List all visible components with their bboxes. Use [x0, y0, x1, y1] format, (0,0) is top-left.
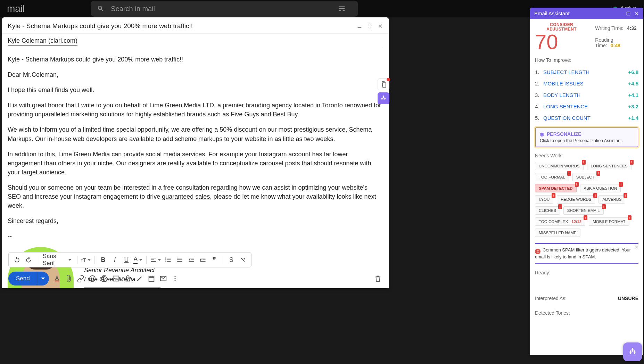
flag-icon: !: [552, 193, 555, 198]
email-assistant-panel: Email Assistant CONSIDER ADJUSTMENT 70 W…: [530, 8, 643, 355]
flag-icon: !: [602, 204, 606, 209]
ready-label: Ready:: [535, 270, 638, 275]
lavender-button[interactable]: [378, 92, 389, 104]
needs-work-chip[interactable]: UNCOMMON WORDS!: [535, 162, 584, 170]
search-input[interactable]: Search in mail: [91, 1, 358, 17]
stop-icon: ⦸: [535, 249, 540, 254]
collapse-icon[interactable]: [367, 23, 373, 29]
strikethrough-button[interactable]: S: [226, 254, 236, 265]
attach-icon[interactable]: [65, 275, 73, 282]
image-icon[interactable]: [112, 275, 120, 282]
compose-title: Kyle - Schema Markups could give you 200…: [8, 22, 357, 30]
needs-work-chip[interactable]: MOBILE FORMAT!: [589, 217, 629, 226]
globe-icon: ◉: [540, 131, 544, 137]
flag-icon: !: [582, 160, 586, 165]
clear-format-button[interactable]: [238, 254, 248, 265]
needs-work-chip[interactable]: LONG SENTENCES!: [587, 162, 631, 170]
more-icon[interactable]: [171, 275, 179, 282]
search-placeholder: Search in mail: [111, 5, 155, 13]
redo-button[interactable]: [24, 254, 33, 265]
body-p2: It is with great honor that I write to y…: [8, 101, 382, 119]
undo-button[interactable]: [12, 254, 22, 265]
text-color-button[interactable]: A: [133, 254, 143, 265]
subject-line: Kyle - Schema Markups could give you 200…: [8, 55, 382, 64]
trash-icon[interactable]: [374, 275, 382, 282]
tune-icon[interactable]: [338, 5, 346, 13]
recipient-chip[interactable]: Kyle Coleman (clari.com): [8, 37, 77, 46]
chevron-down-icon: [68, 259, 72, 261]
close-icon[interactable]: ✕: [635, 245, 638, 250]
svg-rect-14: [627, 12, 630, 15]
indent-more-button[interactable]: [198, 254, 207, 265]
text-format-icon[interactable]: [53, 275, 61, 282]
email-score: 70: [535, 32, 588, 52]
improve-item[interactable]: 4.LONG SENTENCE+3.2: [535, 101, 638, 112]
needs-work-chip[interactable]: TOO FORMAL!: [535, 173, 569, 181]
clipboard-icon: [380, 81, 387, 88]
improve-item[interactable]: 5.QUESTION COUNT+1.4: [535, 112, 638, 124]
signoff: Sincerest regards,: [8, 216, 382, 225]
needs-work-chip[interactable]: SHORTEN EMAIL!: [563, 206, 604, 215]
lavender-fab[interactable]: [623, 342, 642, 361]
needs-work-chips: UNCOMMON WORDS!LONG SENTENCES!TOO FORMAL…: [535, 162, 638, 237]
emoji-icon[interactable]: [89, 275, 96, 282]
needs-work-chip[interactable]: SUBJECT!: [572, 173, 598, 181]
svg-point-0: [177, 258, 178, 259]
close-icon[interactable]: [634, 11, 639, 16]
underline-button[interactable]: U: [122, 254, 131, 265]
clipboard-button[interactable]: [378, 78, 389, 90]
bulleted-list-button[interactable]: [175, 254, 184, 265]
improve-item[interactable]: 3.BODY LENGTH+4.1: [535, 89, 638, 101]
assistant-header: Email Assistant: [530, 8, 643, 19]
needs-work-chip[interactable]: ASK A QUESTION!: [580, 184, 621, 192]
close-icon[interactable]: [378, 23, 383, 29]
drive-icon[interactable]: [100, 275, 108, 282]
svg-point-6: [93, 278, 93, 278]
improve-item[interactable]: 1.SUBJECT LENGTH+6.8: [535, 66, 638, 78]
send-button[interactable]: Send: [8, 272, 49, 286]
italic-button[interactable]: I: [110, 254, 119, 265]
flag-icon: !: [619, 182, 623, 187]
template-icon[interactable]: [159, 275, 167, 282]
body-p3: We wish to inform you of a limited time …: [8, 125, 382, 143]
signature-icon[interactable]: [136, 275, 143, 282]
mail-logo: mail: [7, 3, 25, 14]
flag-icon: !: [567, 171, 571, 176]
flag-icon: !: [584, 215, 587, 220]
align-button[interactable]: [150, 254, 161, 265]
needs-work-chip[interactable]: CLICHES!: [535, 206, 560, 215]
link-icon[interactable]: [77, 275, 84, 282]
search-icon: [97, 5, 105, 13]
quote-button[interactable]: ❞: [210, 254, 219, 265]
needs-work-chip[interactable]: MISSPELLED NAME: [535, 229, 580, 237]
needs-work-label: Needs Work:: [535, 153, 638, 158]
needs-work-chip[interactable]: SPAM DETECTED!: [535, 184, 577, 192]
to-field[interactable]: Kyle Coleman (clari.com): [2, 34, 389, 47]
minimize-icon[interactable]: [357, 23, 362, 29]
popout-icon[interactable]: [626, 11, 631, 16]
improve-item[interactable]: 2.MOBILE ISSUES+4.5: [535, 78, 638, 89]
needs-work-chip[interactable]: TOO COMPLEX - 12/12!: [535, 217, 585, 226]
reading-time: Reading Time:0:48: [595, 37, 638, 48]
svg-point-1: [177, 259, 178, 260]
flag-icon: !: [575, 182, 579, 187]
indent-less-button[interactable]: [187, 254, 196, 265]
send-options-dropdown[interactable]: [37, 272, 49, 286]
font-select[interactable]: Sans Serif: [41, 253, 74, 267]
svg-point-2: [177, 261, 178, 262]
divider: [84, 287, 160, 288]
font-size-button[interactable]: тT: [81, 254, 91, 265]
svg-point-12: [174, 278, 175, 279]
bold-button[interactable]: B: [98, 254, 108, 265]
flag-icon: !: [558, 204, 562, 209]
signature-dash: --: [8, 232, 382, 241]
compose-header: Kyle - Schema Markups could give you 200…: [2, 17, 389, 34]
needs-work-chip[interactable]: I:YOU!: [535, 195, 553, 204]
flag-icon: !: [593, 193, 597, 198]
confidential-icon[interactable]: [124, 275, 132, 282]
needs-work-chip[interactable]: ADVERBS!: [598, 195, 625, 204]
numbered-list-button[interactable]: [163, 254, 173, 265]
personalize-card[interactable]: ◉PERSONALIZE Click to open the Personali…: [535, 127, 638, 147]
needs-work-chip[interactable]: HEDGE WORDS!: [557, 195, 595, 204]
schedule-icon[interactable]: [148, 275, 155, 282]
